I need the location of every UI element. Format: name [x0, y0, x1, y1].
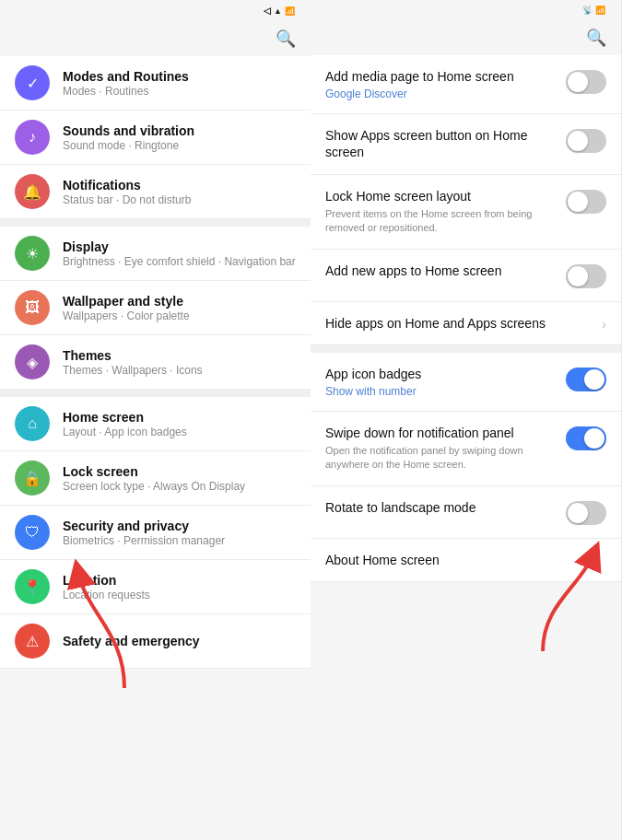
item-text-safety: Safety and emergency [63, 634, 296, 648]
settings-search-icon[interactable]: 🔍 [276, 29, 296, 49]
home-item-media_page[interactable]: Add media page to Home screenGoogle Disc… [311, 55, 621, 114]
home-text-lock_layout: Lock Home screen layoutPrevent items on … [325, 188, 557, 236]
toggle-app_icon_badges[interactable] [566, 368, 606, 391]
item-title-location: Location [63, 573, 296, 588]
nav-icon: ◁ [264, 6, 271, 16]
home-text-media_page: Add media page to Home screenGoogle Disc… [325, 68, 557, 100]
settings-list: ✓Modes and RoutinesModes · Routines♪Soun… [0, 56, 311, 840]
item-text-home_screen: Home screenLayout · App icon badges [63, 410, 296, 438]
settings-item-sounds[interactable]: ♪Sounds and vibrationSound mode · Ringto… [0, 111, 311, 165]
settings-item-wallpaper[interactable]: 🖼Wallpaper and styleWallpapers · Color p… [0, 281, 311, 335]
divider [0, 219, 311, 227]
item-text-wallpaper: Wallpaper and styleWallpapers · Color pa… [63, 294, 296, 322]
modes-icon: ✓ [15, 65, 50, 100]
home-title-about: About Home screen [325, 552, 597, 568]
home-item-swipe_down[interactable]: Swipe down for notification panelOpen th… [311, 412, 621, 486]
home_screen-icon: ⌂ [15, 406, 50, 441]
toggle-rotate_landscape[interactable] [566, 501, 606, 525]
item-text-lock_screen: Lock screenScreen lock type · Always On … [63, 464, 296, 493]
wallpaper-icon: 🖼 [15, 290, 50, 325]
item-text-modes: Modes and RoutinesModes · Routines [63, 69, 296, 98]
home-item-apps_button[interactable]: Show Apps screen button on Home screen [311, 114, 621, 174]
wifi-icon-r: 📶 [595, 6, 605, 15]
item-text-security: Security and privacyBiometrics · Permiss… [63, 519, 296, 547]
item-title-notifications: Notifications [63, 178, 296, 192]
item-subtitle-security: Biometrics · Permission manager [63, 534, 296, 547]
item-text-notifications: NotificationsStatus bar · Do not disturb [63, 178, 296, 206]
lock_screen-icon: 🔒 [15, 461, 50, 496]
home-desc-lock_layout: Prevent items on the Home screen from be… [325, 207, 557, 236]
settings-item-location[interactable]: 📍LocationLocation requests [0, 560, 311, 614]
home-screen-list: Add media page to Home screenGoogle Disc… [311, 55, 621, 840]
home-text-hide_apps: Hide apps on Home and Apps screens [325, 315, 593, 332]
status-bar-right: 📡 📶 [311, 0, 621, 18]
toggle-swipe_down[interactable] [566, 426, 606, 450]
item-title-display: Display [63, 239, 296, 254]
item-title-modes: Modes and Routines [63, 69, 296, 84]
home-search-icon[interactable]: 🔍 [586, 28, 606, 48]
toggle-media_page[interactable] [566, 70, 606, 94]
safety-icon: ⚠ [15, 624, 50, 659]
item-subtitle-home_screen: Layout · App icon badges [63, 426, 296, 438]
arrow-hide_apps: › [602, 317, 606, 332]
right-panel: 📡 📶 🔍 Add media page to Home screenGoogl… [311, 0, 621, 840]
settings-item-display[interactable]: ☀DisplayBrightness · Eye comfort shield … [0, 227, 311, 281]
status-icons-left: ◁ ▲ 📶 [264, 6, 298, 16]
home-text-about: About Home screen [325, 552, 597, 568]
home-subtitle-media_page: Google Discover [325, 88, 557, 100]
divider [0, 390, 311, 397]
item-subtitle-themes: Themes · Wallpapers · Icons [63, 364, 296, 377]
settings-item-notifications[interactable]: 🔔NotificationsStatus bar · Do not distur… [0, 165, 311, 219]
home-item-rotate_landscape[interactable]: Rotate to landscape mode [311, 486, 621, 539]
home-subtitle-app_icon_badges: Show with number [325, 385, 557, 398]
signal-icon: ▲ [274, 6, 282, 16]
toggle-apps_button[interactable] [566, 129, 606, 153]
home-text-apps_button: Show Apps screen button on Home screen [325, 127, 557, 160]
item-title-security: Security and privacy [63, 519, 296, 533]
item-text-display: DisplayBrightness · Eye comfort shield ·… [63, 239, 296, 268]
home-title-media_page: Add media page to Home screen [325, 68, 557, 85]
status-icons-right: 📡 📶 [582, 6, 608, 15]
settings-item-security[interactable]: 🛡Security and privacyBiometrics · Permis… [0, 506, 311, 560]
home-text-swipe_down: Swipe down for notification panelOpen th… [325, 425, 557, 472]
home-text-rotate_landscape: Rotate to landscape mode [325, 499, 557, 516]
home-item-about[interactable]: About Home screen [311, 539, 621, 582]
toggle-lock_layout[interactable] [566, 190, 606, 214]
home-item-lock_layout[interactable]: Lock Home screen layoutPrevent items on … [311, 175, 621, 250]
settings-item-lock_screen[interactable]: 🔒Lock screenScreen lock type · Always On… [0, 451, 311, 506]
notifications-icon: 🔔 [15, 174, 50, 209]
home-item-hide_apps[interactable]: Hide apps on Home and Apps screens› [311, 302, 621, 345]
settings-item-themes[interactable]: ◈ThemesThemes · Wallpapers · Icons [0, 335, 311, 390]
home-title-rotate_landscape: Rotate to landscape mode [325, 499, 557, 516]
item-subtitle-modes: Modes · Routines [63, 85, 296, 98]
display-icon: ☀ [15, 236, 50, 271]
home-desc-swipe_down: Open the notification panel by swiping d… [325, 444, 557, 472]
item-title-home_screen: Home screen [63, 410, 296, 425]
left-panel: ◁ ▲ 📶 🔍 ✓Modes and RoutinesModes · Routi… [0, 0, 311, 840]
item-title-sounds: Sounds and vibration [63, 123, 296, 138]
themes-icon: ◈ [15, 344, 50, 379]
home-text-app_icon_badges: App icon badgesShow with number [325, 366, 557, 398]
home-title-lock_layout: Lock Home screen layout [325, 188, 557, 204]
item-subtitle-sounds: Sound mode · Ringtone [63, 139, 296, 152]
home-title-hide_apps: Hide apps on Home and Apps screens [325, 315, 593, 332]
settings-item-modes[interactable]: ✓Modes and RoutinesModes · Routines [0, 56, 311, 111]
home-text-add_new_apps: Add new apps to Home screen [325, 262, 557, 279]
home-divider [311, 345, 621, 353]
signal-icon-r: 📡 [582, 6, 593, 15]
home-title-add_new_apps: Add new apps to Home screen [325, 262, 557, 279]
item-text-sounds: Sounds and vibrationSound mode · Rington… [63, 123, 296, 152]
item-subtitle-display: Brightness · Eye comfort shield · Naviga… [63, 255, 296, 268]
home-screen-header: 🔍 [311, 18, 621, 55]
sounds-icon: ♪ [15, 120, 50, 155]
item-title-lock_screen: Lock screen [63, 464, 296, 479]
settings-item-safety[interactable]: ⚠Safety and emergency [0, 614, 311, 669]
item-subtitle-location: Location requests [63, 589, 296, 601]
home-item-add_new_apps[interactable]: Add new apps to Home screen [311, 250, 621, 302]
home-item-app_icon_badges[interactable]: App icon badgesShow with number [311, 353, 621, 412]
settings-header: 🔍 [0, 19, 311, 56]
location-icon: 📍 [15, 569, 50, 604]
home-title-app_icon_badges: App icon badges [325, 366, 557, 382]
toggle-add_new_apps[interactable] [566, 264, 606, 288]
settings-item-home_screen[interactable]: ⌂Home screenLayout · App icon badges [0, 397, 311, 451]
